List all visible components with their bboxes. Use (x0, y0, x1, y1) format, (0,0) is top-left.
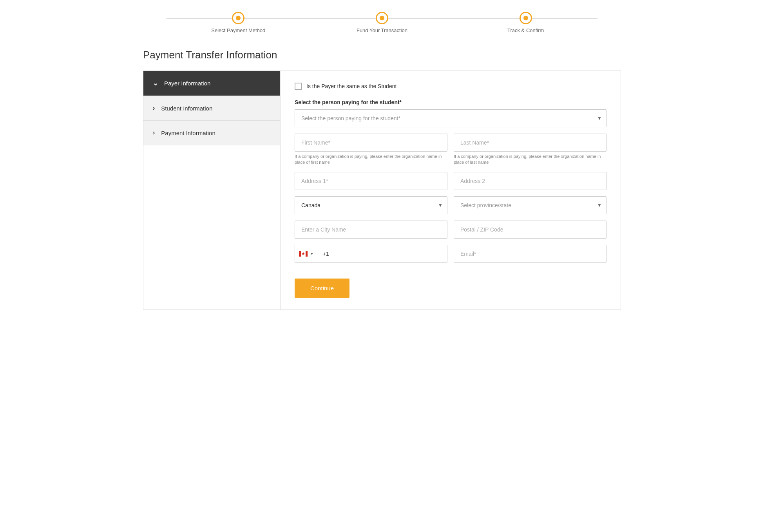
address1-input[interactable] (295, 172, 447, 190)
canada-flag-icon (299, 251, 308, 257)
select-payer-title: Select the person paying for the student… (295, 99, 606, 105)
select-payer-row: Select the person paying for the student… (295, 109, 606, 127)
phone-dropdown-arrow-icon: ▼ (310, 252, 314, 256)
address-row (295, 172, 606, 190)
sidebar: ⌄ Payer Information › Student Informatio… (143, 71, 281, 309)
step-1-label: Select Payment Method (211, 27, 265, 33)
sidebar-item-payer[interactable]: ⌄ Payer Information (143, 71, 280, 96)
step-3: Track & Confirm (454, 12, 597, 33)
country-dropdown[interactable]: Canada (295, 196, 447, 214)
step-2-circle (376, 12, 388, 24)
email-field (454, 245, 606, 263)
last-name-field: If a company or organization is paying, … (454, 134, 606, 166)
last-name-helper: If a company or organization is paying, … (454, 154, 606, 166)
progress-bar: Select Payment Method Fund Your Transact… (143, 12, 621, 33)
page-title: Payment Transfer Information (143, 49, 621, 61)
sidebar-item-payment[interactable]: › Payment Information (143, 121, 280, 145)
continue-button[interactable]: Continue (295, 279, 349, 298)
payer-same-as-student-row: Is the Payer the same as the Student (295, 83, 606, 90)
first-name-field: If a company or organization is paying, … (295, 134, 447, 166)
postal-input[interactable] (454, 221, 606, 239)
step-2: Fund Your Transaction (310, 12, 454, 33)
last-name-input[interactable] (454, 134, 606, 152)
province-field: Select province/state ▼ (454, 196, 606, 214)
phone-input-group: ▼ (295, 245, 447, 263)
first-name-input[interactable] (295, 134, 447, 152)
content-area: Is the Payer the same as the Student Sel… (281, 71, 621, 309)
main-layout: ⌄ Payer Information › Student Informatio… (143, 71, 621, 310)
step-1: Select Payment Method (167, 12, 310, 33)
select-payer-dropdown[interactable]: Select the person paying for the student… (295, 109, 606, 127)
step-2-label: Fund Your Transaction (357, 27, 407, 33)
step-3-circle (520, 12, 532, 24)
first-name-helper: If a company or organization is paying, … (295, 154, 447, 166)
chevron-right-icon-2: › (153, 129, 155, 136)
address1-field (295, 172, 447, 190)
sidebar-item-student[interactable]: › Student Information (143, 96, 280, 121)
postal-field (454, 221, 606, 239)
chevron-down-icon: ⌄ (153, 80, 158, 87)
select-payer-field: Select the person paying for the student… (295, 109, 606, 127)
sidebar-item-student-label: Student Information (161, 105, 212, 112)
step-1-circle (232, 12, 244, 24)
chevron-right-icon: › (153, 105, 155, 112)
payer-same-label: Is the Payer the same as the Student (306, 83, 396, 89)
address2-input[interactable] (454, 172, 606, 190)
phone-flag-selector[interactable]: ▼ (295, 251, 318, 257)
step-3-label: Track & Confirm (507, 27, 544, 33)
phone-field: ▼ (295, 245, 447, 263)
country-field: Canada ▼ (295, 196, 447, 214)
sidebar-item-payer-label: Payer Information (164, 80, 210, 87)
payer-same-checkbox[interactable] (295, 83, 302, 90)
city-postal-row (295, 221, 606, 239)
address2-field (454, 172, 606, 190)
city-field (295, 221, 447, 239)
city-input[interactable] (295, 221, 447, 239)
name-row: If a company or organization is paying, … (295, 134, 606, 166)
phone-email-row: ▼ (295, 245, 606, 263)
sidebar-item-payment-label: Payment Information (161, 130, 215, 136)
country-province-row: Canada ▼ Select province/state ▼ (295, 196, 606, 214)
phone-input[interactable] (318, 245, 447, 262)
province-dropdown[interactable]: Select province/state (454, 196, 606, 214)
email-input[interactable] (454, 245, 606, 263)
